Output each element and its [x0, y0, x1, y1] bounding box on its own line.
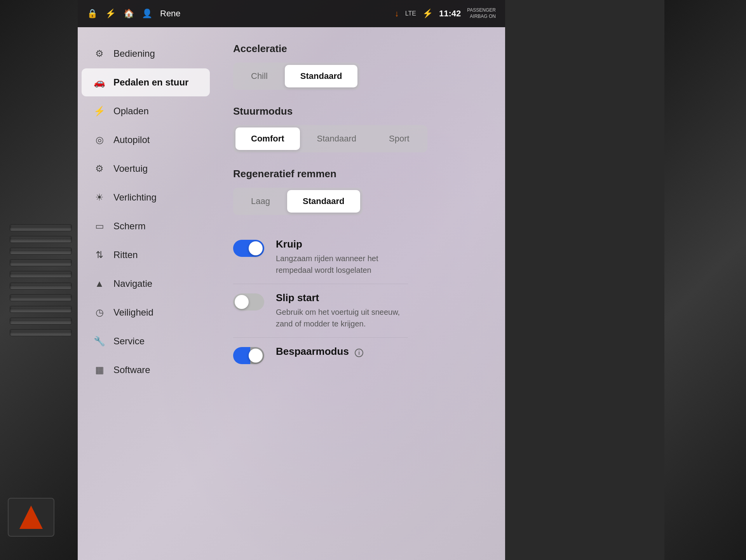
slip-start-row: Slip start Gebruik om het voertuig uit s…	[233, 284, 408, 337]
hazard-icon	[19, 506, 43, 529]
main-screen: 🔒 ⚡ 🏠 👤 Rene ↓ LTE ⚡ 11:42 PASSENGER AIR…	[78, 0, 505, 560]
stuurmodus-comfort-button[interactable]: Comfort	[235, 127, 300, 150]
vent-slot	[10, 318, 72, 324]
bespaarmodus-toggle[interactable]	[233, 347, 264, 364]
vent-slot	[10, 329, 72, 336]
user-name: Rene	[160, 9, 181, 19]
vent-slot	[10, 294, 72, 301]
regeneratief-title: Regeneratief remmen	[233, 168, 408, 180]
status-left: 🔒 ⚡ 🏠 👤 Rene	[87, 9, 181, 19]
stuurmodus-section: Stuurmodus Comfort Standaard Sport	[233, 105, 408, 152]
person-icon: 👤	[142, 9, 152, 19]
toggles-container: Kruip Langzaam rijden wanneer het remped…	[233, 230, 408, 372]
vent-slot	[10, 236, 72, 243]
stuurmodus-sport-button[interactable]: Sport	[373, 127, 425, 150]
sidebar-item-bediening[interactable]: ⚙ Bediening	[82, 40, 210, 68]
download-icon: ↓	[395, 9, 399, 19]
right-side-panel	[664, 0, 746, 560]
bediening-icon: ⚙	[93, 48, 106, 59]
bolt-icon: ⚡	[105, 9, 116, 19]
stuurmodus-standaard-button[interactable]: Standaard	[302, 127, 372, 150]
acceleratie-section: Acceleratie Chill Standaard	[233, 43, 408, 90]
sidebar-item-opladen[interactable]: ⚡ Opladen	[82, 97, 210, 125]
sidebar-item-pedalen-en-stuur[interactable]: 🚗 Pedalen en stuur	[82, 68, 210, 96]
kruip-row: Kruip Langzaam rijden wanneer het remped…	[233, 230, 408, 284]
acceleratie-chill-button[interactable]: Chill	[235, 65, 283, 87]
slip-start-title: Slip start	[276, 292, 408, 304]
scherm-icon: ▭	[93, 221, 106, 232]
acceleratie-button-group: Chill Standaard	[233, 63, 360, 90]
hazard-button[interactable]	[8, 498, 54, 537]
sidebar-item-navigatie[interactable]: ▲ Navigatie	[82, 270, 210, 298]
sidebar-label-voertuig: Voertuig	[113, 163, 148, 174]
lte-indicator: LTE	[405, 10, 416, 17]
settings-sidebar: ⚙ Bediening 🚗 Pedalen en stuur ⚡ Opladen…	[78, 27, 214, 560]
regeneratief-section: Regeneratief remmen Laag Standaard	[233, 168, 408, 215]
bluetooth-icon: ⚡	[422, 9, 433, 19]
verlichting-icon: ☀	[93, 192, 106, 203]
sidebar-item-ritten[interactable]: ⇅ Ritten	[82, 241, 210, 269]
sidebar-item-software[interactable]: ▦ Software	[82, 356, 210, 384]
veiligheid-icon: ◷	[93, 307, 106, 318]
home-icon: 🏠	[124, 9, 134, 19]
sidebar-label-software: Software	[113, 365, 150, 375]
vent-slot	[10, 259, 72, 266]
navigatie-icon: ▲	[93, 278, 106, 289]
kruip-info: Kruip Langzaam rijden wanneer het remped…	[276, 238, 408, 276]
left-vent	[0, 0, 82, 560]
slip-start-toggle[interactable]	[233, 293, 264, 311]
acceleratie-standaard-button[interactable]: Standaard	[285, 65, 358, 87]
slip-start-thumb	[235, 295, 249, 309]
ritten-icon: ⇅	[93, 249, 106, 260]
sidebar-item-service[interactable]: 🔧 Service	[82, 327, 210, 355]
sidebar-label-pedalen: Pedalen en stuur	[113, 77, 188, 88]
sidebar-item-veiligheid[interactable]: ◷ Veiligheid	[82, 298, 210, 326]
bespaarmodus-row: Bespaarmodus i	[233, 337, 408, 372]
sidebar-item-verlichting[interactable]: ☀ Verlichting	[82, 183, 210, 211]
kruip-thumb	[249, 241, 263, 255]
sidebar-label-opladen: Opladen	[113, 106, 149, 117]
stuurmodus-button-group: Comfort Standaard Sport	[233, 125, 427, 152]
bespaarmodus-info: Bespaarmodus i	[276, 345, 408, 360]
sidebar-item-scherm[interactable]: ▭ Scherm	[82, 212, 210, 240]
status-bar: 🔒 ⚡ 🏠 👤 Rene ↓ LTE ⚡ 11:42 PASSENGER AIR…	[78, 0, 505, 27]
sidebar-label-bediening: Bediening	[113, 48, 155, 59]
kruip-description: Langzaam rijden wanneer het rempedaal wo…	[276, 253, 408, 276]
status-right: ↓ LTE ⚡ 11:42 PASSENGER AIRBAG ON	[395, 7, 496, 19]
bespaarmodus-title: Bespaarmodus i	[276, 345, 408, 358]
vent-slot	[10, 306, 72, 313]
bespaarmodus-label: Bespaarmodus	[276, 345, 349, 357]
stuurmodus-title: Stuurmodus	[233, 105, 408, 117]
vent-slot	[10, 224, 72, 231]
opladen-icon: ⚡	[93, 106, 106, 117]
bespaarmodus-thumb	[249, 349, 263, 363]
autopilot-icon: ◎	[93, 134, 106, 145]
regeneratief-button-group: Laag Standaard	[233, 188, 363, 215]
regeneratief-laag-button[interactable]: Laag	[235, 190, 286, 213]
bespaarmodus-info-button[interactable]: i	[355, 349, 363, 357]
sidebar-label-navigatie: Navigatie	[113, 278, 152, 289]
settings-panel: Acceleratie Chill Standaard Stuurmodus C…	[214, 27, 427, 560]
regeneratief-standaard-button[interactable]: Standaard	[287, 190, 360, 213]
software-icon: ▦	[93, 365, 106, 375]
sidebar-label-scherm: Scherm	[113, 221, 146, 232]
vent-slot	[10, 271, 72, 278]
sidebar-label-service: Service	[113, 336, 145, 347]
sidebar-label-ritten: Ritten	[113, 249, 138, 260]
slip-start-description: Gebruik om het voertuig uit sneeuw, zand…	[276, 306, 408, 330]
kruip-toggle[interactable]	[233, 240, 264, 257]
sidebar-item-voertuig[interactable]: ⚙ Voertuig	[82, 155, 210, 183]
acceleratie-title: Acceleratie	[233, 43, 408, 55]
voertuig-icon: ⚙	[93, 163, 106, 174]
right-panel	[427, 27, 505, 560]
lock-icon: 🔒	[87, 9, 98, 19]
clock: 11:42	[439, 9, 461, 19]
sidebar-label-autopilot: Autopilot	[113, 134, 150, 145]
content-area: ⚙ Bediening 🚗 Pedalen en stuur ⚡ Opladen…	[78, 27, 505, 560]
kruip-title: Kruip	[276, 238, 408, 250]
vent-slot	[10, 248, 72, 255]
sidebar-label-veiligheid: Veiligheid	[113, 307, 153, 318]
vent-slot	[10, 283, 72, 290]
sidebar-item-autopilot[interactable]: ◎ Autopilot	[82, 126, 210, 154]
passenger-airbag-indicator: PASSENGER AIRBAG ON	[467, 7, 496, 19]
